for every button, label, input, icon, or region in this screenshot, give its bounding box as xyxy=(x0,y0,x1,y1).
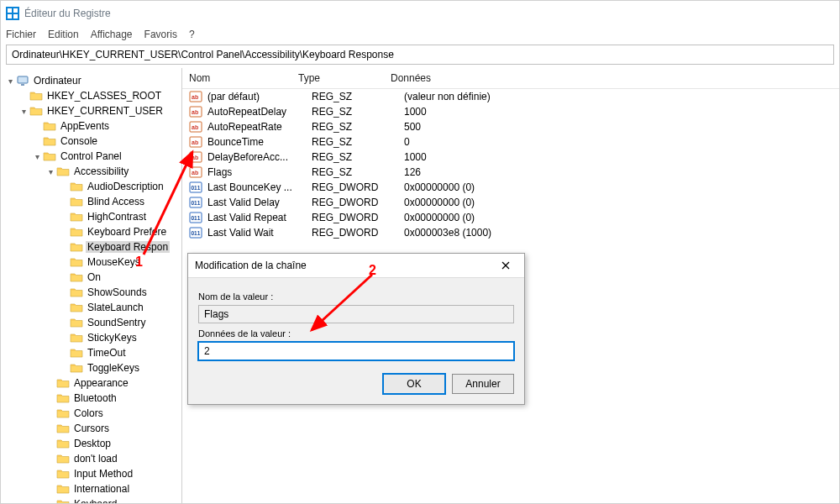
folder-icon xyxy=(56,483,70,495)
tree-acc-slatelaunch[interactable]: SlateLaunch xyxy=(1,300,181,315)
value-row[interactable]: ab(par défaut)REG_SZ(valeur non définie) xyxy=(182,89,839,104)
value-row[interactable]: 011Last Valid DelayREG_DWORD0x00000000 (… xyxy=(182,195,839,210)
tree-accessibility[interactable]: ▾Accessibility xyxy=(1,164,181,179)
tree-cp-don-t-load[interactable]: don't load xyxy=(1,451,181,466)
svg-text:ab: ab xyxy=(192,170,198,176)
tree-acc-timeout[interactable]: TimeOut xyxy=(1,345,181,360)
value-name: Last Valid Wait xyxy=(207,227,312,239)
tree-twisty-icon[interactable]: ▾ xyxy=(31,152,43,161)
value-row[interactable]: 011Last Valid WaitREG_DWORD0x000003e8 (1… xyxy=(182,225,839,240)
tree-label: Colors xyxy=(72,407,105,419)
value-name: Last Valid Repeat xyxy=(207,212,312,223)
dialog-close-button[interactable] xyxy=(494,257,517,274)
menu-favorites[interactable]: Favoris xyxy=(144,29,177,40)
value-row[interactable]: abAutoRepeatRateREG_SZ500 xyxy=(182,119,839,134)
tree-acc-togglekeys[interactable]: ToggleKeys xyxy=(1,360,181,375)
tree-cp-keyboard[interactable]: Keyboard xyxy=(1,496,181,504)
folder-icon xyxy=(56,377,70,389)
tree-twisty-icon[interactable]: ▾ xyxy=(45,167,56,176)
folder-icon xyxy=(70,181,83,192)
folder-icon xyxy=(56,165,70,177)
tree-cp-colors[interactable]: Colors xyxy=(1,406,181,421)
tree-acc-highcontrast[interactable]: HighContrast xyxy=(1,209,181,224)
tree-acc-keyboard-prefere[interactable]: Keyboard Prefere xyxy=(1,224,181,239)
folder-icon xyxy=(70,302,83,313)
tree-acc-keyboard-respon[interactable]: Keyboard Respon xyxy=(1,239,181,255)
column-data[interactable]: Données xyxy=(391,72,839,84)
registry-tree[interactable]: ▾OrdinateurHKEY_CLASSES_ROOT▾HKEY_CURREN… xyxy=(1,68,182,504)
tree-acc-soundsentry[interactable]: SoundSentry xyxy=(1,315,181,330)
tree-hkcr[interactable]: HKEY_CLASSES_ROOT xyxy=(1,88,181,103)
tree-label: SoundSentry xyxy=(86,317,147,328)
value-name: (par défaut) xyxy=(207,91,312,102)
value-name-field[interactable]: Flags xyxy=(198,305,514,323)
value-name: AutoRepeatRate xyxy=(207,121,312,133)
tree-label: Cursors xyxy=(72,423,111,434)
tree-twisty-icon[interactable]: ▾ xyxy=(18,107,29,116)
value-data-field[interactable]: 2 xyxy=(198,342,514,360)
tree-label: don't load xyxy=(72,453,119,465)
value-row[interactable]: abFlagsREG_SZ126 xyxy=(182,165,839,180)
value-type: REG_SZ xyxy=(312,136,404,148)
folder-icon xyxy=(16,75,29,87)
tree-hkcu[interactable]: ▾HKEY_CURRENT_USER xyxy=(1,103,181,118)
tree-cp-bluetooth[interactable]: Bluetooth xyxy=(1,391,181,406)
tree-label: AudioDescription xyxy=(86,181,165,192)
svg-rect-5 xyxy=(18,76,28,83)
tree-label: HKEY_CURRENT_USER xyxy=(45,105,165,117)
value-row[interactable]: abAutoRepeatDelayREG_SZ1000 xyxy=(182,104,839,119)
value-row[interactable]: abDelayBeforeAcc...REG_SZ1000 xyxy=(182,150,839,165)
tree-cp-input-method[interactable]: Input Method xyxy=(1,466,181,481)
folder-icon xyxy=(70,286,83,298)
column-name[interactable]: Nom xyxy=(189,72,298,84)
value-data: 1000 xyxy=(404,106,839,118)
cancel-button[interactable]: Annuler xyxy=(452,374,514,394)
tree-appevents[interactable]: AppEvents xyxy=(1,118,181,134)
folder-icon xyxy=(56,438,70,449)
value-row[interactable]: 011Last BounceKey ...REG_DWORD0x00000000… xyxy=(182,180,839,195)
tree-acc-mousekeys[interactable]: MouseKeys xyxy=(1,255,181,270)
tree-label: ShowSounds xyxy=(86,286,149,298)
value-data: 500 xyxy=(404,121,839,133)
value-row[interactable]: 011Last Valid RepeatREG_DWORD0x00000000 … xyxy=(182,210,839,225)
dialog-titlebar[interactable]: Modification de la chaîne xyxy=(188,254,524,278)
ok-button[interactable]: OK xyxy=(383,374,445,394)
address-bar[interactable]: Ordinateur\HKEY_CURRENT_USER\Control Pan… xyxy=(6,45,834,65)
folder-icon xyxy=(56,453,70,465)
tree-twisty-icon[interactable]: ▾ xyxy=(4,76,16,86)
folder-icon xyxy=(70,271,83,283)
tree-label: Keyboard Prefere xyxy=(86,226,168,238)
column-type[interactable]: Type xyxy=(298,72,391,84)
value-data: 0x00000000 (0) xyxy=(404,212,839,223)
address-text: Ordinateur\HKEY_CURRENT_USER\Control Pan… xyxy=(12,49,394,60)
menu-edit[interactable]: Edition xyxy=(48,29,79,40)
svg-text:011: 011 xyxy=(192,215,201,221)
folder-icon xyxy=(56,498,70,504)
menu-view[interactable]: Affichage xyxy=(91,29,133,40)
folder-icon xyxy=(70,362,83,374)
value-data-label: Données de la valeur : xyxy=(198,328,514,339)
tree-cp-cursors[interactable]: Cursors xyxy=(1,421,181,436)
value-row[interactable]: abBounceTimeREG_SZ0 xyxy=(182,134,839,150)
svg-text:011: 011 xyxy=(192,230,201,236)
menu-help[interactable]: ? xyxy=(189,29,195,40)
svg-rect-2 xyxy=(13,8,18,13)
menu-file[interactable]: Fichier xyxy=(6,29,36,40)
regedit-app-icon xyxy=(6,7,19,20)
tree-acc-audiodescription[interactable]: AudioDescription xyxy=(1,179,181,194)
tree-label: On xyxy=(86,271,102,283)
value-name: Last Valid Delay xyxy=(207,197,312,208)
tree-root[interactable]: ▾Ordinateur xyxy=(1,73,181,88)
tree-cp-desktop[interactable]: Desktop xyxy=(1,436,181,451)
tree-acc-blind-access[interactable]: Blind Access xyxy=(1,194,181,209)
tree-acc-stickykeys[interactable]: StickyKeys xyxy=(1,330,181,345)
tree-acc-showsounds[interactable]: ShowSounds xyxy=(1,285,181,300)
tree-acc-on[interactable]: On xyxy=(1,270,181,285)
folder-icon xyxy=(29,90,43,102)
tree-control-panel[interactable]: ▾Control Panel xyxy=(1,149,181,164)
tree-cp-appearance[interactable]: Appearance xyxy=(1,375,181,391)
tree-cp-international[interactable]: International xyxy=(1,481,181,496)
value-name: Last BounceKey ... xyxy=(207,181,312,193)
tree-console[interactable]: Console xyxy=(1,134,181,149)
folder-icon xyxy=(70,196,83,207)
